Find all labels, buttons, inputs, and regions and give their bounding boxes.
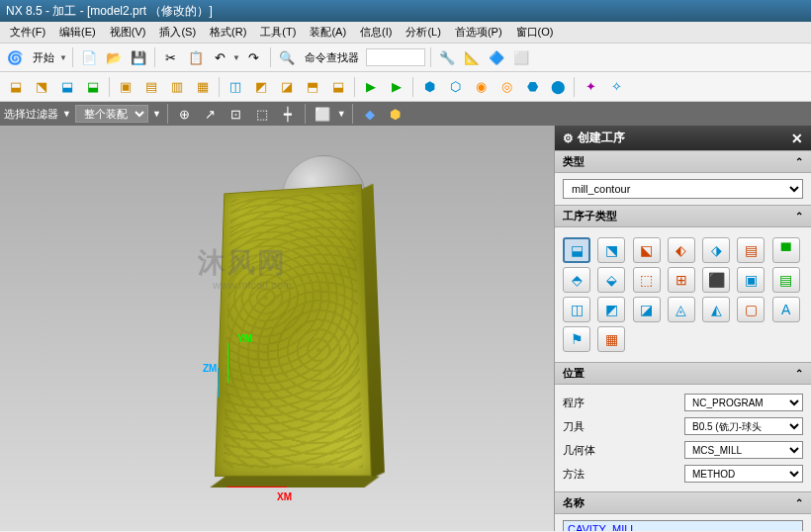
cam-icon-9[interactable]: ◫ (224, 75, 247, 99)
cut-icon[interactable]: ✂ (160, 46, 182, 68)
section-name-header[interactable]: 名称 ⌃ (555, 491, 811, 514)
op-12[interactable]: ⬛ (702, 267, 730, 293)
start-button[interactable]: 🌀 (4, 46, 26, 68)
op-10[interactable]: ⬚ (633, 267, 661, 293)
op-19[interactable]: ◭ (702, 297, 730, 322)
tool-icon-1[interactable]: 🔧 (436, 46, 458, 68)
cam-icon-19[interactable]: ◎ (495, 75, 518, 99)
cam-icon-5[interactable]: ▣ (114, 75, 137, 99)
filter-icon-4[interactable]: ⬚ (251, 103, 273, 125)
cam-icon-20[interactable]: ⬣ (520, 75, 544, 99)
open-icon[interactable]: 📂 (103, 46, 125, 68)
menu-edit[interactable]: 编辑(E) (53, 23, 102, 42)
filter-icon-1[interactable]: ⊕ (174, 103, 196, 125)
start-dropdown-icon[interactable]: ▼ (59, 53, 67, 62)
menu-view[interactable]: 视图(V) (104, 23, 152, 42)
cam-icon-17[interactable]: ⬡ (443, 75, 467, 99)
cam-icon-7[interactable]: ▥ (165, 75, 189, 99)
cam-icon-23[interactable]: ✧ (604, 75, 628, 99)
cam-icon-18[interactable]: ◉ (469, 75, 493, 99)
op-14[interactable]: ▤ (772, 267, 800, 293)
program-select[interactable]: NC_PROGRAM (684, 394, 803, 411)
cam-icon-13[interactable]: ⬓ (326, 75, 350, 99)
dialog-titlebar: ⚙ 创建工序 ✕ (555, 126, 811, 150)
command-finder-icon[interactable]: 🔍 (276, 46, 298, 68)
command-finder-input[interactable] (366, 48, 425, 66)
tool-icon-2[interactable]: 📐 (461, 46, 483, 68)
op-8[interactable]: ⬘ (563, 267, 590, 293)
menu-format[interactable]: 格式(R) (204, 23, 252, 42)
filter-icon-2[interactable]: ↗ (200, 103, 222, 125)
section-type-header[interactable]: 类型 ⌃ (555, 150, 811, 173)
op-17[interactable]: ◪ (633, 297, 661, 322)
op-3[interactable]: ⬕ (633, 237, 661, 263)
op-15[interactable]: ◫ (563, 297, 590, 322)
op-18[interactable]: ◬ (668, 297, 695, 322)
tool-icon-4[interactable]: ⬜ (510, 46, 532, 68)
filter-scope-select[interactable]: 整个装配 (75, 105, 148, 123)
axis-x-label: XM (277, 491, 292, 502)
tool-select[interactable]: B0.5 (铣刀-球头 (684, 417, 803, 435)
cam-icon-21[interactable]: ⬤ (546, 75, 570, 99)
cam-icon-2[interactable]: ⬔ (30, 75, 53, 99)
menu-preferences[interactable]: 首选项(P) (449, 23, 508, 42)
menu-analysis[interactable]: 分析(L) (400, 23, 446, 42)
menu-file[interactable]: 文件(F) (4, 23, 51, 42)
new-icon[interactable]: 📄 (78, 46, 100, 68)
dialog-close-icon[interactable]: ✕ (791, 131, 803, 146)
selection-filter-bar: 选择过滤器 ▼ 整个装配 ▼ ⊕ ↗ ⊡ ⬚ ┿ ⬜ ▼ ◆ ⬢ (0, 102, 811, 126)
cam-icon-1[interactable]: ⬓ (4, 75, 28, 99)
op-cavity-mill[interactable]: ⬓ (563, 237, 590, 263)
start-label[interactable]: 开始 (29, 50, 58, 65)
tool-icon-3[interactable]: 🔷 (486, 46, 507, 68)
copy-icon[interactable]: 📋 (185, 46, 207, 68)
op-5[interactable]: ⬗ (702, 237, 730, 263)
op-9[interactable]: ⬙ (597, 267, 625, 293)
geometry-select[interactable]: MCS_MILL (684, 441, 803, 459)
redo-icon[interactable]: ↷ (243, 46, 265, 68)
section-location-header[interactable]: 位置 ⌃ (555, 362, 811, 385)
op-23[interactable]: ▦ (597, 326, 625, 352)
op-22[interactable]: ⚑ (563, 326, 590, 352)
section-subtype-header[interactable]: 工序子类型 ⌃ (555, 205, 811, 227)
op-11[interactable]: ⊞ (668, 267, 695, 293)
cam-icon-10[interactable]: ◩ (249, 75, 273, 99)
cam-icon-3[interactable]: ⬓ (55, 75, 79, 99)
op-20[interactable]: ▢ (737, 297, 765, 322)
operation-type-select[interactable]: mill_contour (563, 179, 803, 199)
menu-info[interactable]: 信息(I) (354, 23, 398, 42)
save-icon[interactable]: 💾 (128, 46, 149, 68)
cam-icon-16[interactable]: ⬢ (417, 75, 441, 99)
cam-icon-14[interactable]: ▶ (359, 75, 383, 99)
undo-icon[interactable]: ↶ (210, 46, 231, 68)
op-7[interactable]: ▀ (772, 237, 800, 263)
cam-icon-6[interactable]: ▤ (139, 75, 163, 99)
menu-assembly[interactable]: 装配(A) (304, 23, 352, 42)
op-4[interactable]: ⬖ (668, 237, 695, 263)
menu-window[interactable]: 窗口(O) (510, 23, 560, 42)
op-2[interactable]: ⬔ (597, 237, 625, 263)
cam-icon-22[interactable]: ✦ (579, 75, 602, 99)
filter-icon-7[interactable]: ◆ (359, 103, 381, 125)
op-13[interactable]: ▣ (737, 267, 765, 293)
op-16[interactable]: ◩ (597, 297, 625, 322)
cam-icon-15[interactable]: ▶ (385, 75, 408, 99)
cam-icon-8[interactable]: ▦ (191, 75, 215, 99)
cam-icon-11[interactable]: ◪ (275, 75, 299, 99)
method-select[interactable]: METHOD (684, 465, 803, 483)
model-part[interactable] (215, 184, 372, 477)
filter-icon-6[interactable]: ⬜ (312, 103, 333, 125)
method-label: 方法 (563, 467, 585, 482)
op-21[interactable]: A (772, 297, 800, 322)
menu-tools[interactable]: 工具(T) (254, 23, 302, 42)
filter-icon-3[interactable]: ⊡ (225, 103, 247, 125)
viewport-3d[interactable]: YM ZM XM 沐风网 www.mfcad.com (0, 126, 554, 531)
filter-icon-5[interactable]: ┿ (277, 103, 299, 125)
cam-icon-12[interactable]: ⬒ (301, 75, 324, 99)
dialog-gear-icon[interactable]: ⚙ (563, 132, 574, 145)
operation-name-input[interactable] (563, 520, 803, 531)
op-6[interactable]: ▤ (737, 237, 765, 263)
menu-insert[interactable]: 插入(S) (153, 23, 202, 42)
filter-icon-8[interactable]: ⬢ (385, 103, 406, 125)
cam-icon-4[interactable]: ⬓ (81, 75, 105, 99)
